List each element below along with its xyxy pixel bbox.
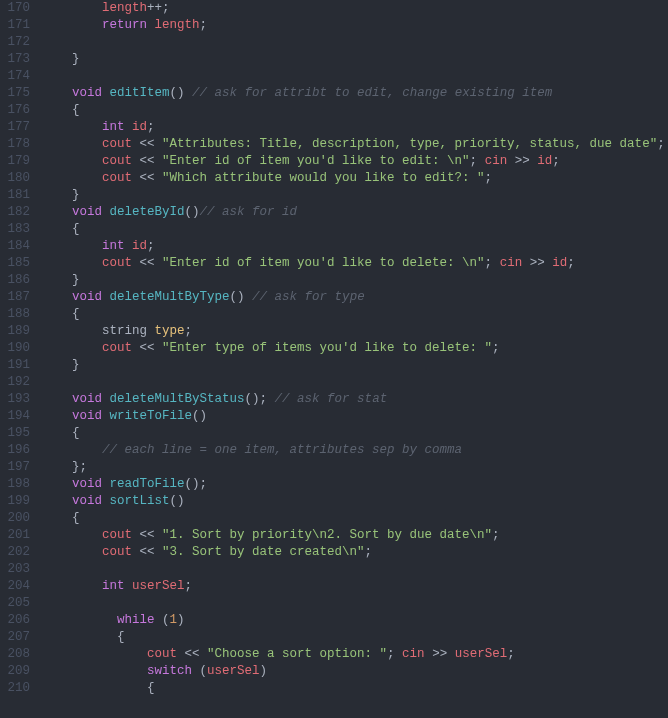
code-line[interactable]: { xyxy=(42,102,668,119)
line-number: 202 xyxy=(0,544,30,561)
line-number: 210 xyxy=(0,680,30,697)
code-line[interactable]: { xyxy=(42,629,668,646)
code-line[interactable]: } xyxy=(42,272,668,289)
line-number: 204 xyxy=(0,578,30,595)
code-line[interactable] xyxy=(42,374,668,391)
code-line[interactable]: cout << "Attributes: Title, description,… xyxy=(42,136,668,153)
line-number: 187 xyxy=(0,289,30,306)
line-number: 182 xyxy=(0,204,30,221)
line-number: 180 xyxy=(0,170,30,187)
code-line[interactable]: void sortList() xyxy=(42,493,668,510)
code-line[interactable]: } xyxy=(42,357,668,374)
code-line[interactable]: cout << "1. Sort by priority\n2. Sort by… xyxy=(42,527,668,544)
code-line[interactable]: return length; xyxy=(42,17,668,34)
line-number: 192 xyxy=(0,374,30,391)
code-content[interactable]: length++; return length; } void editItem… xyxy=(42,0,668,718)
line-number: 205 xyxy=(0,595,30,612)
line-number: 179 xyxy=(0,153,30,170)
code-line[interactable]: { xyxy=(42,221,668,238)
code-line[interactable]: void editItem() // ask for attribt to ed… xyxy=(42,85,668,102)
code-line[interactable]: while (1) xyxy=(42,612,668,629)
line-number: 173 xyxy=(0,51,30,68)
line-number: 199 xyxy=(0,493,30,510)
line-number: 196 xyxy=(0,442,30,459)
line-number: 191 xyxy=(0,357,30,374)
code-line[interactable]: cout << "3. Sort by date created\n"; xyxy=(42,544,668,561)
code-line[interactable] xyxy=(42,68,668,85)
code-line[interactable]: void deleteMultByType() // ask for type xyxy=(42,289,668,306)
line-number: 183 xyxy=(0,221,30,238)
line-number: 195 xyxy=(0,425,30,442)
code-line[interactable]: void deleteMultByStatus(); // ask for st… xyxy=(42,391,668,408)
line-number: 193 xyxy=(0,391,30,408)
code-line[interactable]: int id; xyxy=(42,119,668,136)
code-line[interactable]: }; xyxy=(42,459,668,476)
line-number-gutter: 1701711721731741751761771781791801811821… xyxy=(0,0,42,718)
line-number: 198 xyxy=(0,476,30,493)
line-number: 170 xyxy=(0,0,30,17)
code-line[interactable]: void writeToFile() xyxy=(42,408,668,425)
code-editor: 1701711721731741751761771781791801811821… xyxy=(0,0,668,718)
line-number: 203 xyxy=(0,561,30,578)
code-line[interactable] xyxy=(42,595,668,612)
line-number: 174 xyxy=(0,68,30,85)
line-number: 190 xyxy=(0,340,30,357)
line-number: 186 xyxy=(0,272,30,289)
code-line[interactable]: { xyxy=(42,425,668,442)
code-line[interactable]: cout << "Enter id of item you'd like to … xyxy=(42,153,668,170)
code-line[interactable]: { xyxy=(42,306,668,323)
line-number: 185 xyxy=(0,255,30,272)
line-number: 177 xyxy=(0,119,30,136)
line-number: 172 xyxy=(0,34,30,51)
line-number: 207 xyxy=(0,629,30,646)
code-line[interactable]: int id; xyxy=(42,238,668,255)
code-line[interactable]: // each line = one item, attributes sep … xyxy=(42,442,668,459)
line-number: 189 xyxy=(0,323,30,340)
line-number: 200 xyxy=(0,510,30,527)
code-line[interactable]: length++; xyxy=(42,0,668,17)
code-line[interactable] xyxy=(42,561,668,578)
line-number: 201 xyxy=(0,527,30,544)
code-line[interactable]: } xyxy=(42,51,668,68)
line-number: 171 xyxy=(0,17,30,34)
code-line[interactable] xyxy=(42,34,668,51)
line-number: 178 xyxy=(0,136,30,153)
line-number: 188 xyxy=(0,306,30,323)
code-line[interactable]: cout << "Enter id of item you'd like to … xyxy=(42,255,668,272)
code-line[interactable]: { xyxy=(42,510,668,527)
code-line[interactable]: string type; xyxy=(42,323,668,340)
code-line[interactable]: switch (userSel) xyxy=(42,663,668,680)
code-line[interactable]: { xyxy=(42,680,668,697)
line-number: 194 xyxy=(0,408,30,425)
line-number: 209 xyxy=(0,663,30,680)
code-line[interactable]: void readToFile(); xyxy=(42,476,668,493)
line-number: 206 xyxy=(0,612,30,629)
code-line[interactable]: cout << "Choose a sort option: "; cin >>… xyxy=(42,646,668,663)
line-number: 197 xyxy=(0,459,30,476)
code-line[interactable]: void deleteById()// ask for id xyxy=(42,204,668,221)
line-number: 181 xyxy=(0,187,30,204)
code-line[interactable]: } xyxy=(42,187,668,204)
line-number: 176 xyxy=(0,102,30,119)
line-number: 184 xyxy=(0,238,30,255)
line-number: 208 xyxy=(0,646,30,663)
code-line[interactable]: int userSel; xyxy=(42,578,668,595)
code-line[interactable]: cout << "Enter type of items you'd like … xyxy=(42,340,668,357)
line-number: 175 xyxy=(0,85,30,102)
code-line[interactable]: cout << "Which attribute would you like … xyxy=(42,170,668,187)
